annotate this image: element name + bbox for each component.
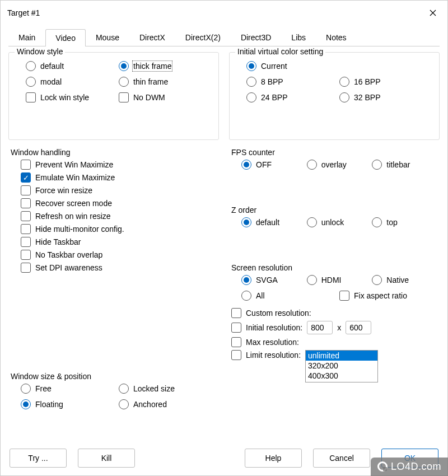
radio-8bpp[interactable]: 8 BPP	[246, 77, 339, 87]
tab-directx2[interactable]: DirectX(2)	[175, 29, 231, 46]
radio-icon	[246, 92, 256, 102]
check-fix-aspect[interactable]: Fix aspect ratio	[339, 291, 437, 301]
radio-icon	[26, 61, 36, 71]
radio-all[interactable]: All	[241, 291, 339, 301]
check-handling-7[interactable]: No Taskbar overlap	[21, 250, 217, 260]
radio-native[interactable]: Native	[372, 275, 437, 285]
checkbox-icon	[21, 263, 31, 273]
radio-fps-off[interactable]: OFF	[241, 160, 307, 170]
radio-ws-thick[interactable]: thick frame	[119, 61, 212, 71]
legend-screen: Screen resolution	[231, 263, 292, 274]
window-title: Target #1	[7, 8, 40, 17]
group-screen-resolution: Screen resolution SVGA HDMI Native All F…	[229, 263, 440, 442]
radio-fps-overlay[interactable]: overlay	[307, 160, 372, 170]
radio-free[interactable]: Free	[21, 384, 119, 394]
check-handling-1[interactable]: Emulate Win Maximize	[21, 172, 217, 183]
group-window-style: Window style default thick frame modal t…	[8, 52, 219, 140]
radio-ws-thin[interactable]: thin frame	[119, 77, 212, 87]
radio-z-unlock[interactable]: unlock	[307, 217, 372, 227]
check-initial-res[interactable]: Initial resolution:	[231, 323, 302, 333]
radio-icon	[339, 92, 349, 102]
checkbox-icon	[119, 92, 129, 102]
radio-hdmi[interactable]: HDMI	[307, 275, 372, 285]
list-item[interactable]: unlimited	[306, 351, 377, 361]
radio-ws-modal[interactable]: modal	[26, 77, 119, 87]
legend-window-handling: Window handling	[11, 148, 71, 159]
check-limit-res[interactable]: Limit resolution:	[231, 350, 301, 360]
kill-button[interactable]: Kill	[78, 449, 135, 468]
checkbox-icon	[231, 308, 241, 318]
radio-anchored[interactable]: Anchored	[119, 399, 217, 409]
watermark: LO4D.com	[371, 458, 448, 476]
legend-zorder: Z order	[231, 206, 256, 217]
radio-ws-default[interactable]: default	[26, 61, 119, 71]
check-custom-res[interactable]: Custom resolution:	[231, 308, 437, 318]
radio-current[interactable]: Current	[246, 61, 432, 71]
radio-icon	[21, 399, 31, 409]
check-handling-4[interactable]: Refresh on win resize	[21, 211, 217, 221]
radio-icon	[119, 77, 129, 87]
check-handling-3[interactable]: Recover screen mode	[21, 198, 217, 208]
checkbox-icon	[21, 250, 31, 260]
checkbox-icon	[21, 237, 31, 247]
check-handling-8[interactable]: Set DPI awareness	[21, 263, 217, 273]
radio-24bpp[interactable]: 24 BPP	[246, 92, 339, 102]
check-max-res[interactable]: Max resolution:	[231, 337, 437, 347]
tab-libs[interactable]: Libs	[281, 29, 316, 46]
checkbox-icon	[21, 185, 31, 195]
tab-notes[interactable]: Notes	[316, 29, 357, 46]
radio-fps-titlebar[interactable]: titlebar	[372, 160, 437, 170]
close-icon	[430, 10, 436, 16]
checkbox-icon	[231, 323, 241, 333]
radio-32bpp[interactable]: 32 BPP	[339, 92, 432, 102]
list-item[interactable]: 320x200	[306, 361, 377, 371]
tab-strip: MainVideoMouseDirectXDirectX(2)Direct3DL…	[8, 29, 440, 46]
limit-listbox[interactable]: unlimited 320x200 400x300	[305, 350, 378, 382]
radio-icon	[21, 384, 31, 394]
radio-z-default[interactable]: default	[241, 217, 307, 227]
help-button[interactable]: Help	[245, 449, 302, 468]
radio-locked[interactable]: Locked size	[119, 384, 217, 394]
input-init-width[interactable]	[307, 321, 333, 334]
radio-svga[interactable]: SVGA	[241, 275, 307, 285]
radio-icon	[241, 160, 251, 170]
radio-icon	[246, 61, 256, 71]
checkbox-icon	[21, 160, 31, 170]
check-ws-lock[interactable]: Lock win style	[26, 92, 119, 102]
tab-video[interactable]: Video	[45, 29, 86, 46]
globe-icon	[377, 461, 388, 472]
radio-icon	[246, 77, 256, 87]
checkbox-icon	[21, 224, 31, 234]
tab-direct3d[interactable]: Direct3D	[231, 29, 281, 46]
close-button[interactable]	[425, 5, 441, 21]
radio-icon	[372, 160, 382, 170]
try-button[interactable]: Try ...	[10, 449, 67, 468]
check-handling-5[interactable]: Hide multi-monitor config.	[21, 224, 217, 234]
titlebar: Target #1	[1, 1, 447, 25]
group-window-handling: Window handling Prevent Win MaximizeEmul…	[8, 146, 219, 364]
tab-directx[interactable]: DirectX	[129, 29, 175, 46]
radio-icon	[372, 275, 382, 285]
group-zorder: Z order default unlock top	[229, 206, 440, 258]
tab-main[interactable]: Main	[8, 29, 45, 46]
radio-16bpp[interactable]: 16 BPP	[339, 77, 432, 87]
group-color-setting: Initial virtual color setting Current 8 …	[229, 52, 440, 140]
legend-window-style: Window style	[15, 47, 65, 56]
radio-icon	[119, 384, 129, 394]
check-ws-nodwm[interactable]: No DWM	[119, 92, 212, 102]
legend-sizepos: Window size & position	[11, 372, 91, 383]
radio-icon	[119, 61, 129, 71]
group-size-position: Window size & position Free Locked size …	[8, 370, 219, 442]
input-init-height[interactable]	[346, 321, 371, 334]
radio-icon	[119, 399, 129, 409]
checkbox-icon	[339, 291, 349, 301]
radio-z-top[interactable]: top	[372, 217, 437, 227]
check-handling-6[interactable]: Hide Taskbar	[21, 237, 217, 247]
radio-icon	[372, 217, 382, 227]
check-handling-0[interactable]: Prevent Win Maximize	[21, 160, 217, 170]
check-handling-2[interactable]: Force win resize	[21, 185, 217, 195]
cancel-button[interactable]: Cancel	[313, 449, 370, 468]
tab-mouse[interactable]: Mouse	[86, 29, 129, 46]
radio-floating[interactable]: Floating	[21, 399, 119, 409]
list-item[interactable]: 400x300	[306, 371, 377, 381]
